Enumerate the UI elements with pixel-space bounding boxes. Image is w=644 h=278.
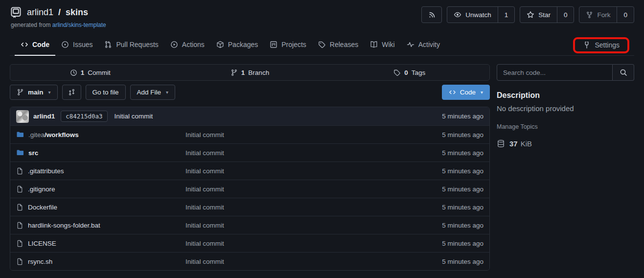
repo-name-link[interactable]: skins (66, 7, 88, 18)
tab-issues-label: Issues (73, 41, 92, 48)
file-name-link[interactable]: .gitea/workflows (28, 131, 79, 139)
code-download-button[interactable]: Code ▾ (442, 85, 490, 100)
row-time: 5 minutes ago (442, 167, 483, 175)
file-name-link[interactable]: LICENSE (28, 240, 56, 247)
tab-releases[interactable]: Releases (312, 34, 364, 56)
unwatch-label: Unwatch (465, 11, 491, 19)
compare-button[interactable] (62, 85, 81, 100)
repo-content: 1 Commit 1 Branch (10, 64, 490, 271)
avatar[interactable] (16, 110, 29, 123)
fork-icon (586, 11, 593, 19)
tab-pull-requests[interactable]: Pull Requests (98, 34, 164, 56)
tab-packages[interactable]: Packages (210, 34, 264, 56)
row-commit-message[interactable]: Initial commit (185, 131, 442, 139)
table-row[interactable]: rsync.sh Initial commit 5 minutes ago (10, 252, 489, 270)
forks-count[interactable]: 0 (617, 7, 634, 23)
database-icon (497, 139, 505, 148)
unwatch-button[interactable]: Unwatch (447, 7, 498, 23)
tab-activity[interactable]: Activity (401, 34, 446, 56)
package-icon (216, 41, 224, 48)
row-time: 5 minutes ago (442, 204, 483, 211)
file-icon (16, 258, 23, 265)
book-open-icon (370, 41, 378, 48)
file-name-link[interactable]: hardlink-songs-folder.bat (28, 222, 100, 229)
branches-label: Branch (248, 69, 269, 76)
branches-stat[interactable]: 1 Branch (170, 65, 329, 80)
pull-request-icon (104, 41, 112, 48)
table-row[interactable]: .gitattributes Initial commit 5 minutes … (10, 162, 489, 180)
code-icon (449, 89, 456, 96)
tab-wiki[interactable]: Wiki (364, 34, 400, 56)
fork-button[interactable]: Fork (579, 7, 617, 23)
file-name-link[interactable]: Dockerfile (28, 204, 57, 211)
manage-topics-link[interactable]: Manage Topics (497, 123, 538, 130)
tags-label: Tags (412, 69, 426, 76)
commit-message-link[interactable]: Initial commit (115, 113, 153, 120)
tab-projects[interactable]: Projects (264, 34, 312, 56)
row-time: 5 minutes ago (442, 149, 483, 157)
tab-releases-label: Releases (330, 41, 358, 48)
commit-author-link[interactable]: arlind1 (33, 113, 55, 120)
tab-actions[interactable]: Actions (164, 34, 210, 56)
row-commit-message[interactable]: Initial commit (185, 240, 442, 247)
generated-from-label: generated from (11, 22, 50, 28)
star-button-group: Star 0 (520, 6, 574, 23)
watchers-count[interactable]: 1 (498, 7, 515, 23)
tab-settings[interactable]: Settings (577, 41, 625, 50)
template-repo-link[interactable]: arlind/skins-template (52, 22, 106, 28)
tags-stat[interactable]: 0 Tags (330, 65, 489, 80)
go-to-file-button[interactable]: Go to file (86, 85, 126, 100)
file-name-link[interactable]: .gitattributes (28, 167, 64, 175)
row-commit-message[interactable]: Initial commit (185, 149, 442, 157)
eye-icon (454, 11, 461, 19)
play-circle-icon (170, 41, 178, 48)
search-button[interactable] (613, 64, 634, 81)
tab-issues[interactable]: Issues (55, 34, 98, 56)
repo-sidebar: Description No description provided Mana… (497, 64, 634, 148)
repo-size-unit: KiB (521, 139, 532, 148)
row-commit-message[interactable]: Initial commit (185, 167, 442, 175)
commits-stat[interactable]: 1 Commit (10, 65, 170, 80)
repo-title-separator: / (58, 7, 61, 18)
tab-code[interactable]: Code (15, 34, 55, 56)
row-commit-message[interactable]: Initial commit (185, 185, 442, 193)
stars-count[interactable]: 0 (557, 7, 574, 23)
file-table: arlind1 c84215d0a3 Initial commit 5 minu… (10, 107, 490, 271)
row-commit-message[interactable]: Initial commit (185, 222, 442, 229)
rss-button[interactable] (421, 6, 442, 23)
table-row[interactable]: hardlink-songs-folder.bat Initial commit… (10, 216, 489, 234)
repo-stats-bar: 1 Commit 1 Branch (10, 64, 490, 81)
file-name-link[interactable]: rsync.sh (28, 258, 52, 265)
table-row[interactable]: .gitea/workflows Initial commit 5 minute… (10, 125, 489, 143)
code-search (497, 64, 634, 81)
row-time: 5 minutes ago (442, 185, 483, 193)
fork-label: Fork (597, 11, 610, 19)
rss-icon (428, 11, 436, 19)
table-row[interactable]: .gitignore Initial commit 5 minutes ago (10, 180, 489, 198)
row-commit-message[interactable]: Initial commit (185, 204, 442, 211)
search-input[interactable] (497, 64, 613, 81)
branch-selector[interactable]: main ▾ (10, 85, 58, 100)
repo-owner-link[interactable]: arlind1 (27, 7, 53, 18)
add-file-button[interactable]: Add File ▾ (130, 85, 176, 100)
tags-count: 0 (404, 69, 408, 76)
git-compare-icon (68, 89, 75, 96)
file-name-link[interactable]: .gitignore (28, 185, 55, 193)
table-row[interactable]: src Initial commit 5 minutes ago (10, 143, 489, 162)
path-prefix: .gitea (28, 131, 45, 139)
branch-icon (230, 69, 238, 76)
code-icon (21, 41, 28, 48)
fork-button-group: Fork 0 (579, 6, 634, 23)
row-commit-message[interactable]: Initial commit (185, 258, 442, 265)
table-row[interactable]: Dockerfile Initial commit 5 minutes ago (10, 198, 489, 216)
file-name-link[interactable]: src (28, 149, 38, 157)
watch-button-group: Unwatch 1 (447, 6, 515, 23)
add-file-label: Add File (137, 89, 161, 96)
star-button[interactable]: Star (520, 7, 557, 23)
tabs-spacer (446, 34, 573, 55)
description-heading: Description (497, 91, 634, 100)
table-row[interactable]: LICENSE Initial commit 5 minutes ago (10, 234, 489, 252)
path-main: hardlink-songs-folder.bat (28, 222, 100, 229)
commit-hash-link[interactable]: c84215d0a3 (61, 111, 107, 122)
go-to-file-label: Go to file (92, 89, 119, 96)
